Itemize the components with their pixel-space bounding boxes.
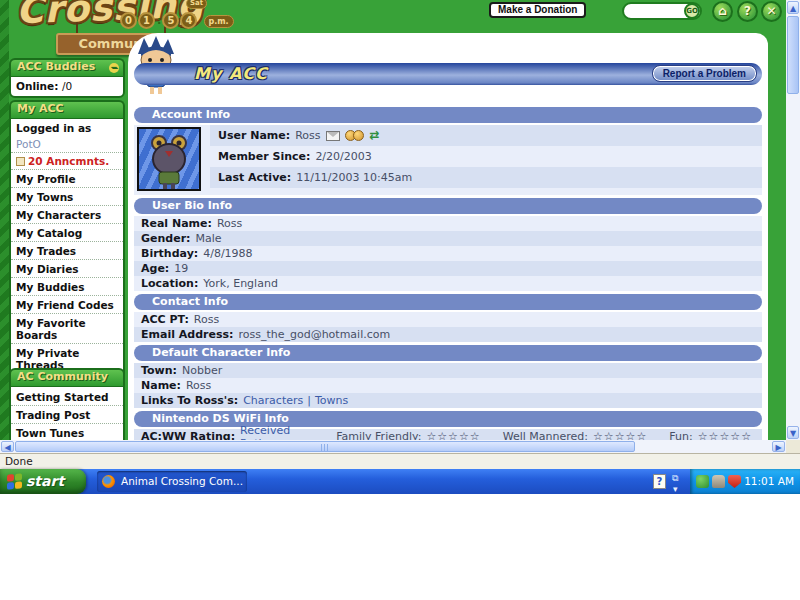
ac-community-box: AC Community Getting StartedTrading Post… bbox=[9, 368, 125, 440]
search-box: GO bbox=[622, 2, 702, 20]
logged-in-username-link[interactable]: PotO bbox=[11, 136, 123, 152]
taskbar-task-button[interactable]: Animal Crossing Com... bbox=[97, 471, 247, 492]
page-left-edge-pattern bbox=[0, 0, 9, 440]
scroll-down-arrow[interactable]: ▼ bbox=[787, 426, 799, 439]
sidebar-menu-item[interactable]: My Diaries bbox=[11, 259, 123, 277]
received-ratings-link[interactable]: Received Ratings bbox=[240, 424, 320, 441]
scrollbar-corner bbox=[786, 440, 800, 453]
trade-icon[interactable]: ⇄ bbox=[370, 130, 384, 141]
clock-tray: 11:01 AM bbox=[744, 469, 794, 494]
info-row: Age:19 bbox=[134, 261, 762, 276]
vertical-scroll-thumb[interactable] bbox=[787, 16, 799, 94]
links-row: Links To Ross's: Characters | Towns bbox=[134, 393, 762, 408]
search-go-button[interactable]: GO bbox=[684, 3, 700, 19]
sidebar-menu-item[interactable]: My Trades bbox=[11, 241, 123, 259]
buddies-online-row: Online: /0 bbox=[11, 78, 123, 94]
scroll-up-arrow[interactable]: ▲ bbox=[787, 1, 799, 14]
info-row: Gender:Male bbox=[134, 231, 762, 246]
section-header-wifi-info: Nintendo DS WiFi Info bbox=[134, 411, 762, 427]
horizontal-scrollbar[interactable]: ◀ ▶ bbox=[0, 440, 786, 453]
star-rating: ☆☆☆☆☆ bbox=[426, 430, 480, 440]
my-acc-header: My ACC bbox=[9, 100, 125, 118]
info-row: Real Name:Ross bbox=[134, 216, 762, 231]
clock-digit: 5 bbox=[162, 12, 179, 29]
acc-buddies-header: ACC Buddies − bbox=[9, 58, 125, 76]
sidebar-menu-item[interactable]: Town Tunes bbox=[11, 424, 123, 440]
profile-content: Account Info bbox=[134, 85, 762, 440]
vertical-scrollbar[interactable]: ▲ ▼ bbox=[786, 0, 800, 440]
close-icon[interactable]: ✕ bbox=[761, 1, 782, 22]
contact-rows: ACC PT:Ross Email Address:ross_the_god@h… bbox=[134, 312, 762, 342]
wifi-rating-row: AC:WW Rating: Received Ratings Family Fr… bbox=[134, 429, 762, 440]
sidebar-menu-item[interactable]: My Catalog bbox=[11, 223, 123, 241]
make-a-donation-button[interactable]: Make a Donation bbox=[489, 2, 586, 18]
desktop-empty-area bbox=[0, 494, 800, 600]
screen: Crossing Community Sat 01:54 p.m. Make a… bbox=[0, 0, 800, 600]
main-panel: My ACC Report a Problem Account Info bbox=[128, 33, 768, 440]
page-titlebar: My ACC Report a Problem bbox=[134, 63, 762, 85]
section-header-default-character: Default Character Info bbox=[134, 345, 762, 361]
page-title: My ACC bbox=[194, 64, 268, 83]
clock-colon: : bbox=[157, 14, 161, 27]
clock-time-row: 01:54 p.m. bbox=[120, 9, 234, 29]
firefox-icon bbox=[102, 475, 115, 488]
characters-link[interactable]: Characters bbox=[243, 394, 303, 407]
info-row: Email Address:ross_the_god@hotmail.com bbox=[134, 327, 762, 342]
sidebar-menu-item[interactable]: Trading Post bbox=[11, 406, 123, 424]
tray-icon-green[interactable] bbox=[696, 475, 709, 488]
announcements-link[interactable]: 20 Anncmnts. bbox=[11, 152, 123, 169]
clock-day-badge: Sat bbox=[186, 0, 207, 9]
browser-viewport: Crossing Community Sat 01:54 p.m. Make a… bbox=[0, 0, 786, 440]
sidebar-menu-item[interactable]: My Characters bbox=[11, 205, 123, 223]
collapse-icon[interactable]: − bbox=[109, 63, 119, 73]
last-active-row: Last Active: 11/11/2003 10:45am bbox=[210, 167, 762, 188]
town-row: Town:Nobber bbox=[134, 363, 762, 378]
clock-ampm: p.m. bbox=[204, 15, 234, 28]
report-a-problem-button[interactable]: Report a Problem bbox=[652, 65, 757, 82]
section-header-account-info: Account Info bbox=[134, 107, 762, 123]
sidebar-menu-item[interactable]: My Profile bbox=[11, 169, 123, 187]
section-header-contact-info: Contact Info bbox=[134, 294, 762, 310]
sidebar-menu-item[interactable]: My Towns bbox=[11, 187, 123, 205]
taskbar-overflow-icon[interactable]: ⧉▾ bbox=[672, 473, 678, 494]
security-shield-tray-icon[interactable] bbox=[728, 475, 741, 488]
character-rows: Town:Nobber Name:Ross Links To Ross's: C… bbox=[134, 363, 762, 408]
horizontal-scroll-thumb[interactable] bbox=[15, 441, 635, 452]
scroll-right-arrow[interactable]: ▶ bbox=[772, 441, 785, 452]
windows-flag-icon bbox=[7, 473, 22, 489]
logged-in-label: Logged in as bbox=[11, 120, 123, 136]
announcement-icon bbox=[16, 157, 25, 166]
clock-digit: 4 bbox=[180, 12, 197, 29]
user-bio-rows: Real Name:Ross Gender:Male Birthday:4/8/… bbox=[134, 216, 762, 291]
wifi-rows: AC:WW Rating: Received Ratings Family Fr… bbox=[134, 429, 762, 440]
sidebar-menu-item[interactable]: My Friend Codes bbox=[11, 295, 123, 313]
acc-buddies-box: ACC Buddies − Online: /0 bbox=[9, 58, 125, 98]
status-text: Done bbox=[5, 455, 33, 467]
search-input[interactable] bbox=[628, 4, 680, 17]
star-rating: ☆☆☆☆☆ bbox=[593, 430, 647, 440]
tray-icon-gray[interactable] bbox=[712, 475, 725, 488]
email-icon[interactable] bbox=[326, 131, 340, 141]
taskbar-help-icon[interactable]: ? bbox=[653, 474, 666, 489]
rating-pair: Well Mannered: ☆☆☆☆☆ bbox=[503, 430, 658, 440]
info-row: ACC PT:Ross bbox=[134, 312, 762, 327]
member-since-row: Member Since: 2/20/2003 bbox=[210, 146, 762, 167]
start-button[interactable]: start bbox=[0, 469, 86, 494]
account-info-block: User Name: Ross ⇄ Member Since: 2/20/200… bbox=[134, 125, 762, 195]
ac-community-header: AC Community bbox=[9, 368, 125, 386]
bells-icon[interactable] bbox=[345, 130, 365, 141]
sidebar-menu-item[interactable]: My Buddies bbox=[11, 277, 123, 295]
help-icon[interactable]: ? bbox=[737, 1, 758, 22]
name-row: Name:Ross bbox=[134, 378, 762, 393]
ac-community-title: AC Community bbox=[17, 370, 108, 383]
browser-status-bar: Done bbox=[0, 453, 800, 469]
user-name-row: User Name: Ross ⇄ bbox=[210, 125, 762, 146]
info-row: Birthday:4/8/1988 bbox=[134, 246, 762, 261]
scroll-left-arrow[interactable]: ◀ bbox=[1, 441, 14, 452]
sidebar-menu-item[interactable]: Getting Started bbox=[11, 388, 123, 406]
towns-link[interactable]: Towns bbox=[315, 394, 348, 407]
ac-community-menu: Getting StartedTrading PostTown TunesPat… bbox=[11, 388, 123, 440]
ratings-list: Family Friendly: ☆☆☆☆☆ Well Mannered: ☆☆… bbox=[324, 430, 762, 440]
home-icon[interactable]: ⌂ bbox=[712, 1, 733, 22]
sidebar-menu-item[interactable]: My Favorite Boards bbox=[11, 313, 123, 343]
